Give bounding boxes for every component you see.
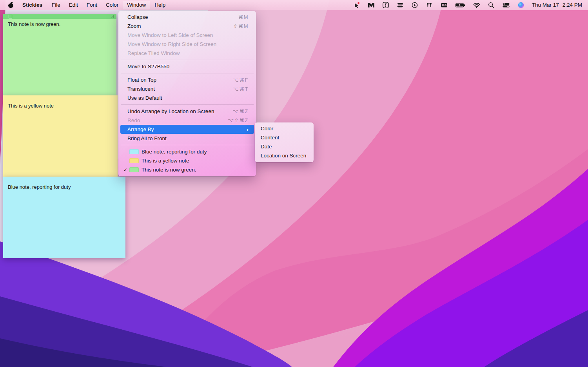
window-menu: Collapse ⌘M Zoom ⇧⌘M Move Window to Left… (118, 11, 256, 176)
note-resize-icon[interactable] (111, 15, 114, 18)
menu-item-translucent[interactable]: Translucent ⌥⌘T (120, 84, 254, 93)
note-text-area[interactable]: Blue note, reporting for duty (3, 182, 125, 192)
menu-font[interactable]: Font (82, 0, 102, 10)
menu-item-undo-arrange[interactable]: Undo Arrange by Location on Screen ⌥⌘Z (120, 107, 254, 116)
menu-separator (121, 73, 254, 73)
menu-separator (121, 60, 254, 60)
apple-menu[interactable] (4, 0, 17, 10)
menu-item-collapse[interactable]: Collapse ⌘M (120, 13, 254, 22)
menu-color[interactable]: Color (102, 0, 123, 10)
airpods-icon[interactable] (422, 0, 437, 10)
play-circle-icon[interactable] (408, 0, 422, 10)
clock-time: 2:24 PM (563, 2, 582, 8)
input-source-icon[interactable] (437, 0, 452, 10)
apple-logo-icon (8, 2, 13, 8)
menu-bar-left: Stickies File Edit Font Color Window Hel… (0, 0, 170, 10)
menu-item-move-window-left: Move Window to Left Side of Screen (120, 31, 254, 40)
note-text-area[interactable]: This is a yellow note (3, 100, 118, 111)
sticky-note-green[interactable]: This note is now green. (3, 14, 116, 95)
menu-item-green-note[interactable]: ✓ This note is now green. (120, 165, 254, 174)
menu-item-zoom[interactable]: Zoom ⇧⌘M (120, 22, 254, 31)
yellow-note-swatch (129, 158, 139, 163)
menu-item-replace-tiled-window: Replace Tiled Window (120, 49, 254, 58)
note-close-box[interactable] (9, 15, 12, 18)
note-text-area[interactable]: This note is now green. (3, 19, 116, 29)
menu-bar: Stickies File Edit Font Color Window Hel… (0, 0, 588, 10)
spotlight-icon[interactable] (484, 0, 498, 10)
malwarebytes-icon[interactable] (364, 0, 379, 10)
menu-window[interactable]: Window (123, 1, 150, 9)
note-title-bar[interactable] (3, 14, 116, 19)
surfshark-icon[interactable] (379, 0, 393, 10)
sticky-note-yellow[interactable]: This is a yellow note (3, 95, 118, 177)
menu-item-bring-all-to-front[interactable]: Bring All to Front (120, 134, 254, 143)
submenu-item-date[interactable]: Date (257, 142, 312, 151)
menu-item-use-as-default[interactable]: Use as Default (120, 93, 254, 102)
green-note-swatch (129, 167, 139, 172)
note-text: This note is now green. (8, 21, 60, 27)
menu-separator (121, 104, 254, 105)
menu-edit[interactable]: Edit (65, 0, 82, 10)
clock-date: Thu Mar 17 (532, 2, 559, 8)
pointer-icon[interactable] (350, 0, 364, 10)
menu-file[interactable]: File (47, 0, 65, 10)
checkmark-icon: ✓ (123, 167, 129, 173)
battery-charging-icon[interactable] (452, 0, 469, 10)
arrange-by-submenu: Color Content Date Location on Screen (255, 122, 314, 162)
menu-item-blue-note[interactable]: Blue note, reporting for duty (120, 147, 254, 156)
submenu-item-color[interactable]: Color (257, 124, 312, 133)
menu-item-arrange-by[interactable]: Arrange By › (120, 125, 254, 134)
menu-bar-status: Thu Mar 17 2:24 PM (350, 0, 588, 10)
menu-stickies[interactable]: Stickies (17, 0, 47, 10)
submenu-item-location-on-screen[interactable]: Location on Screen (257, 151, 312, 160)
siri-icon[interactable] (514, 0, 528, 10)
menu-item-move-window-right: Move Window to Right Side of Screen (120, 40, 254, 49)
menu-item-move-to-display[interactable]: Move to S27B550 (120, 62, 254, 71)
submenu-arrow-icon: › (247, 126, 249, 132)
desktop[interactable]: Stickies File Edit Font Color Window Hel… (0, 0, 588, 367)
blue-note-swatch (129, 149, 139, 154)
sticky-note-blue[interactable]: Blue note, reporting for duty (3, 177, 125, 258)
note-title-bar[interactable] (3, 95, 118, 100)
note-text: Blue note, reporting for duty (8, 184, 71, 190)
menu-item-float-on-top[interactable]: Float on Top ⌥⌘F (120, 75, 254, 84)
menu-item-yellow-note[interactable]: This is a yellow note (120, 156, 254, 165)
menu-item-redo: Redo ⌥⇧⌘Z (120, 116, 254, 125)
note-title-bar[interactable] (3, 177, 125, 182)
menu-separator (121, 145, 254, 145)
wifi-icon[interactable] (469, 0, 484, 10)
menu-bar-clock[interactable]: Thu Mar 17 2:24 PM (528, 2, 582, 8)
control-center-icon[interactable] (498, 0, 514, 10)
note-text: This is a yellow note (8, 103, 54, 109)
menu-help[interactable]: Help (150, 0, 170, 10)
submenu-item-content[interactable]: Content (257, 133, 312, 142)
expressvpn-icon[interactable] (393, 0, 408, 10)
